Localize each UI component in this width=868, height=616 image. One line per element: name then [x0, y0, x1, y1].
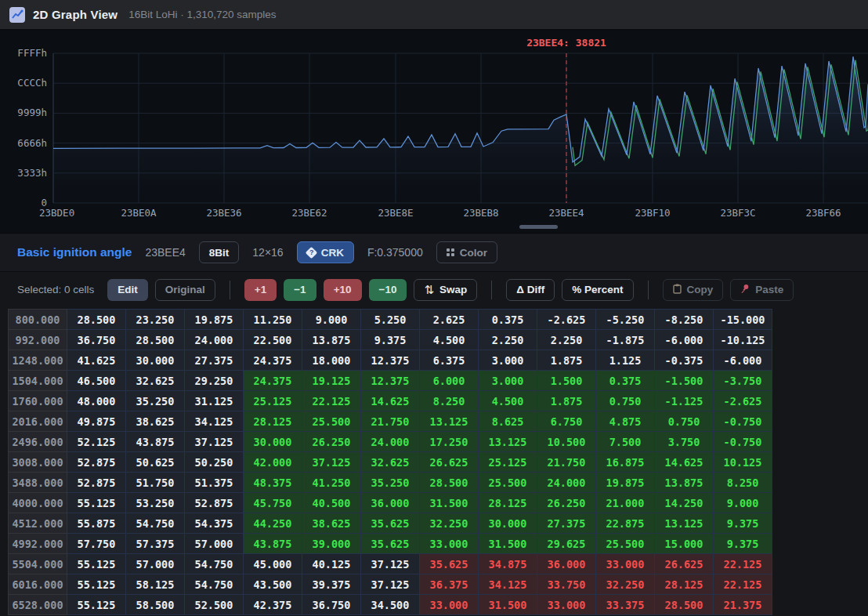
map-cell[interactable]: -3.750	[714, 371, 772, 391]
map-cell[interactable]: 13.125	[655, 513, 714, 534]
map-cell[interactable]: 21.375	[714, 595, 772, 615]
map-cell[interactable]: 19.875	[185, 310, 244, 330]
map-cell[interactable]: 30.000	[244, 432, 302, 452]
map-cell[interactable]: 22.125	[714, 574, 772, 595]
map-cell[interactable]: 26.250	[537, 493, 596, 513]
map-cell[interactable]: 4.875	[596, 411, 655, 432]
map-cell[interactable]: 39.375	[302, 574, 361, 595]
map-cell[interactable]: 36.000	[537, 554, 596, 574]
map-cell[interactable]: 3.000	[479, 371, 537, 391]
map-cell[interactable]: 21.000	[596, 493, 655, 513]
map-cell[interactable]: 35.250	[361, 473, 420, 493]
map-cell[interactable]: 52.500	[185, 595, 244, 615]
map-cell[interactable]: 36.000	[361, 493, 420, 513]
map-cell[interactable]: 13.125	[479, 432, 537, 452]
row-header-cell[interactable]: 3488.000	[9, 473, 67, 493]
map-cell[interactable]: 50.625	[126, 452, 185, 473]
row-header-cell[interactable]: 3008.000	[9, 452, 67, 473]
map-cell[interactable]: 40.500	[302, 493, 361, 513]
map-cell[interactable]: 34.125	[185, 411, 244, 432]
map-cell[interactable]: 35.625	[361, 534, 420, 554]
map-cell[interactable]: 24.000	[361, 432, 420, 452]
graph-scrollbar-thumb[interactable]	[519, 225, 558, 229]
map-cell[interactable]: 29.250	[185, 371, 244, 391]
row-header-cell[interactable]: 992.000	[9, 330, 67, 350]
map-cell[interactable]: 22.875	[596, 513, 655, 534]
map-cell[interactable]: 32.625	[126, 371, 185, 391]
map-cell[interactable]: -0.375	[655, 350, 714, 371]
map-cell[interactable]: 34.125	[479, 574, 537, 595]
map-cell[interactable]: 13.875	[302, 330, 361, 350]
map-cell[interactable]: 7.500	[596, 432, 655, 452]
map-cell[interactable]: 8.250	[714, 473, 772, 493]
map-cell[interactable]: -0.750	[714, 411, 772, 432]
map-cell[interactable]: 27.375	[537, 513, 596, 534]
map-cell[interactable]: 38.625	[302, 513, 361, 534]
row-header-cell[interactable]: 1760.000	[9, 391, 67, 411]
map-cell[interactable]: 35.625	[361, 513, 420, 534]
map-cell[interactable]: 57.375	[126, 534, 185, 554]
map-cell[interactable]: 57.750	[67, 534, 126, 554]
map-cell[interactable]: 26.625	[420, 452, 479, 473]
map-cell[interactable]: 17.250	[420, 432, 479, 452]
map-cell[interactable]: 25.125	[244, 391, 302, 411]
map-cell[interactable]: 31.500	[420, 493, 479, 513]
map-cell[interactable]: 58.125	[126, 574, 185, 595]
map-cell[interactable]: -2.625	[537, 310, 596, 330]
map-cell[interactable]: 1.875	[537, 391, 596, 411]
plus-ten-button[interactable]: +10	[324, 279, 362, 301]
row-header-cell[interactable]: 2016.000	[9, 411, 67, 432]
map-cell[interactable]: 10.500	[537, 432, 596, 452]
map-cell[interactable]: 14.625	[655, 452, 714, 473]
map-cell[interactable]: 8.250	[420, 391, 479, 411]
map-cell[interactable]: 25.500	[302, 411, 361, 432]
map-cell[interactable]: 58.500	[126, 595, 185, 615]
map-cell[interactable]: 21.750	[537, 452, 596, 473]
minus-one-button[interactable]: −1	[284, 279, 316, 301]
row-header-cell[interactable]: 6528.000	[9, 595, 67, 615]
map-cell[interactable]: 57.000	[185, 534, 244, 554]
map-cell[interactable]: -6.000	[655, 330, 714, 350]
map-cell[interactable]: 41.250	[302, 473, 361, 493]
map-cell[interactable]: 52.125	[67, 432, 126, 452]
row-header-cell[interactable]: 1248.000	[9, 350, 67, 371]
map-cell[interactable]: 30.000	[479, 513, 537, 534]
map-cell[interactable]: 22.500	[244, 330, 302, 350]
map-cell[interactable]: 14.625	[361, 391, 420, 411]
map-cell[interactable]: 43.500	[244, 574, 302, 595]
row-header-cell[interactable]: 2496.000	[9, 432, 67, 452]
map-cell[interactable]: 33.375	[596, 595, 655, 615]
map-cell[interactable]: 31.500	[479, 534, 537, 554]
map-cell[interactable]: 32.625	[361, 452, 420, 473]
map-cell[interactable]: 25.500	[479, 473, 537, 493]
bit-depth-button[interactable]: 8Bit	[199, 241, 240, 263]
map-cell[interactable]: 41.625	[67, 350, 126, 371]
map-cell[interactable]: 30.000	[126, 350, 185, 371]
map-cell[interactable]: 54.750	[185, 574, 244, 595]
map-cell[interactable]: 44.250	[244, 513, 302, 534]
map-cell[interactable]: 55.125	[67, 574, 126, 595]
map-cell[interactable]: 13.875	[655, 473, 714, 493]
map-cell[interactable]: 43.875	[126, 432, 185, 452]
map-cell[interactable]: 52.875	[67, 473, 126, 493]
map-cell[interactable]: 9.000	[302, 310, 361, 330]
map-cell[interactable]: 3.750	[655, 432, 714, 452]
map-cell[interactable]: 12.375	[361, 350, 420, 371]
map-cell[interactable]: 2.625	[420, 310, 479, 330]
map-cell[interactable]: 43.875	[244, 534, 302, 554]
map-cell[interactable]: 12.375	[361, 371, 420, 391]
map-cell[interactable]: 11.250	[244, 310, 302, 330]
map-cell[interactable]: 32.250	[596, 574, 655, 595]
map-cell[interactable]: 36.750	[302, 595, 361, 615]
row-header-cell[interactable]: 4512.000	[9, 513, 67, 534]
map-cell[interactable]: 24.000	[185, 330, 244, 350]
map-cell[interactable]: 26.625	[655, 554, 714, 574]
map-cell[interactable]: 34.875	[479, 554, 537, 574]
map-cell[interactable]: 23.250	[126, 310, 185, 330]
row-header-cell[interactable]: 4992.000	[9, 534, 67, 554]
map-cell[interactable]: 55.125	[67, 595, 126, 615]
map-cell[interactable]: 15.000	[655, 534, 714, 554]
map-cell[interactable]: 49.875	[67, 411, 126, 432]
map-cell[interactable]: 10.125	[714, 452, 772, 473]
map-cell[interactable]: 37.125	[185, 432, 244, 452]
